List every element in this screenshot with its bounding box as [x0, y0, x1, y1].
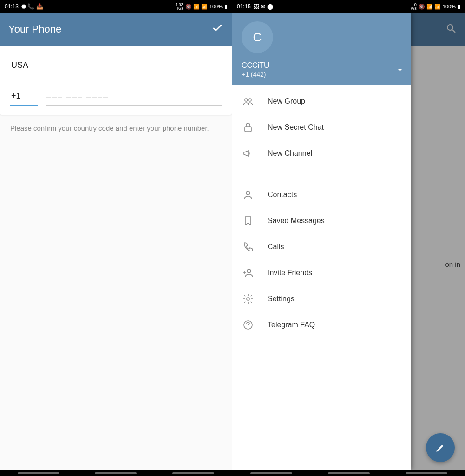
menu-label: Contacts — [268, 191, 297, 199]
android-navbar — [232, 470, 465, 476]
status-speed: 1.93 K/s — [175, 3, 183, 10]
menu-divider — [232, 174, 411, 174]
invite-icon — [242, 267, 254, 278]
android-navbar — [0, 470, 232, 476]
drawer-screen: 01:15 🖼 ✉ ⬤ ··· 0 K/s 🔇 📶 📶 100% ▮ on in… — [232, 0, 465, 476]
status-bar: 01:15 🖼 ✉ ⬤ ··· 0 K/s 🔇 📶 📶 100% ▮ — [232, 0, 465, 13]
nav-recent[interactable] — [18, 472, 59, 474]
menu-new-secret-chat[interactable]: New Secret Chat — [232, 114, 411, 140]
nav-back[interactable] — [406, 472, 447, 474]
status-network-icons: 🔇 📶 📶 — [419, 4, 441, 10]
phone-number-input[interactable] — [46, 88, 222, 106]
nav-home[interactable] — [95, 472, 137, 474]
lock-icon — [242, 122, 254, 133]
navigation-drawer: C CCCiTU +1 (442) New GroupNew Secret Ch… — [232, 13, 411, 470]
nav-recent[interactable] — [250, 472, 292, 474]
menu-label: Telegram FAQ — [268, 321, 315, 329]
avatar: C — [242, 21, 273, 53]
phone-icon — [242, 241, 254, 252]
menu-label: Invite Friends — [268, 269, 312, 277]
menu-label: New Channel — [268, 149, 312, 158]
phone-form — [0, 46, 232, 115]
battery-icon: ▮ — [224, 4, 227, 10]
gear-icon — [242, 293, 254, 304]
status-time: 01:13 — [5, 3, 19, 10]
help-icon — [242, 319, 254, 331]
menu-calls[interactable]: Calls — [232, 234, 411, 260]
expand-accounts-button[interactable] — [397, 67, 403, 74]
svg-rect-4 — [245, 127, 251, 132]
status-more-icon: ··· — [276, 3, 282, 10]
nav-back[interactable] — [172, 472, 214, 474]
svg-point-3 — [249, 99, 251, 101]
help-text: Please confirm your country code and ent… — [0, 115, 232, 133]
user-name: CCCiTU — [242, 61, 402, 70]
menu-saved-messages[interactable]: Saved Messages — [232, 208, 411, 234]
status-time: 01:15 — [237, 3, 251, 10]
chevron-down-icon — [397, 67, 403, 73]
status-bar: 01:13 ⬣ 📞 📥 ··· 1.93 K/s 🔇 📶 📶 100% ▮ — [0, 0, 232, 13]
menu-settings[interactable]: Settings — [232, 286, 411, 312]
megaphone-icon — [242, 148, 254, 159]
compose-fab[interactable] — [426, 433, 455, 462]
drawer-menu-secondary: ContactsSaved MessagesCallsInvite Friend… — [232, 178, 411, 342]
nav-home[interactable] — [328, 472, 370, 474]
status-battery: 100% — [443, 4, 456, 9]
status-network-icons: 🔇 📶 📶 — [185, 4, 208, 10]
country-input[interactable] — [10, 56, 222, 75]
phone-setup-screen: 01:13 ⬣ 📞 📥 ··· 1.93 K/s 🔇 📶 📶 100% ▮ Yo… — [0, 0, 232, 476]
bookmark-icon — [242, 215, 254, 226]
battery-icon: ▮ — [458, 4, 460, 10]
menu-label: Calls — [268, 243, 284, 251]
menu-new-channel[interactable]: New Channel — [232, 140, 411, 166]
status-icons-left: 🖼 ✉ ⬤ — [254, 3, 273, 10]
page-title: Your Phone — [8, 23, 61, 35]
group-icon — [242, 96, 254, 107]
drawer-header[interactable]: C CCCiTU +1 (442) — [232, 13, 411, 85]
menu-label: Settings — [268, 295, 295, 303]
app-header: Your Phone — [0, 13, 232, 46]
status-battery: 100% — [210, 4, 223, 9]
svg-point-2 — [245, 99, 248, 101]
menu-invite-friends[interactable]: Invite Friends — [232, 260, 411, 286]
menu-faq[interactable]: Telegram FAQ — [232, 312, 411, 338]
status-icons-left: ⬣ 📞 📥 — [21, 3, 43, 10]
menu-label: Saved Messages — [268, 217, 325, 225]
pencil-icon — [435, 443, 445, 453]
menu-new-group[interactable]: New Group — [232, 88, 411, 114]
svg-point-7 — [247, 298, 249, 300]
status-more-icon: ··· — [46, 3, 52, 10]
menu-contacts[interactable]: Contacts — [232, 182, 411, 208]
confirm-button[interactable] — [211, 22, 223, 37]
check-icon — [211, 22, 223, 34]
svg-point-5 — [246, 191, 250, 195]
avatar-initial: C — [253, 30, 262, 45]
person-icon — [242, 189, 254, 200]
drawer-menu-primary: New GroupNew Secret ChatNew Channel — [232, 85, 411, 170]
status-speed: 0 K/s — [411, 3, 417, 10]
menu-label: New Secret Chat — [268, 123, 324, 132]
user-phone: +1 (442) — [242, 71, 402, 78]
country-code-input[interactable] — [10, 87, 38, 106]
svg-point-6 — [247, 269, 251, 273]
menu-label: New Group — [268, 97, 305, 106]
